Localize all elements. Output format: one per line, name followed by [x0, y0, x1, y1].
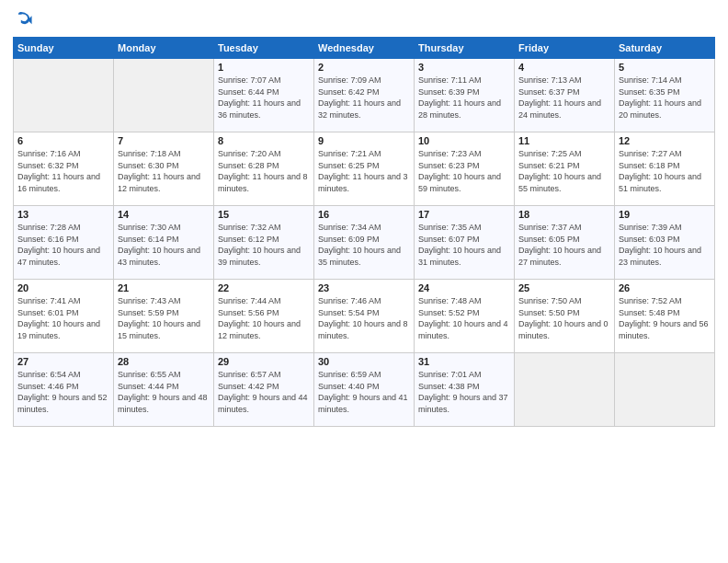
- calendar-cell: 6Sunrise: 7:16 AM Sunset: 6:32 PM Daylig…: [14, 132, 114, 206]
- day-number: 27: [17, 356, 109, 367]
- calendar-cell: 4Sunrise: 7:13 AM Sunset: 6:37 PM Daylig…: [515, 59, 615, 132]
- calendar-week-2: 6Sunrise: 7:16 AM Sunset: 6:32 PM Daylig…: [14, 132, 715, 206]
- day-info: Sunrise: 7:16 AM Sunset: 6:32 PM Dayligh…: [17, 148, 109, 194]
- calendar-body: 1Sunrise: 7:07 AM Sunset: 6:44 PM Daylig…: [14, 59, 715, 427]
- calendar-cell: 18Sunrise: 7:37 AM Sunset: 6:05 PM Dayli…: [515, 206, 615, 280]
- day-info: Sunrise: 7:44 AM Sunset: 5:56 PM Dayligh…: [218, 295, 310, 341]
- day-info: Sunrise: 7:23 AM Sunset: 6:23 PM Dayligh…: [418, 148, 510, 194]
- day-info: Sunrise: 7:11 AM Sunset: 6:39 PM Dayligh…: [418, 75, 510, 121]
- calendar-cell: 9Sunrise: 7:21 AM Sunset: 6:25 PM Daylig…: [314, 132, 415, 206]
- day-info: Sunrise: 7:01 AM Sunset: 4:38 PM Dayligh…: [418, 369, 510, 415]
- day-number: 25: [518, 282, 610, 293]
- calendar-cell: 12Sunrise: 7:27 AM Sunset: 6:18 PM Dayli…: [615, 132, 715, 206]
- day-number: 8: [218, 135, 310, 146]
- calendar-page: SundayMondayTuesdayWednesdayThursdayFrid…: [0, 0, 728, 563]
- day-number: 21: [118, 282, 210, 293]
- day-number: 24: [418, 282, 510, 293]
- calendar-cell: [615, 353, 715, 427]
- calendar-week-1: 1Sunrise: 7:07 AM Sunset: 6:44 PM Daylig…: [14, 59, 715, 132]
- day-info: Sunrise: 7:46 AM Sunset: 5:54 PM Dayligh…: [318, 295, 410, 341]
- weekday-header-wednesday: Wednesday: [314, 38, 415, 59]
- day-info: Sunrise: 7:14 AM Sunset: 6:35 PM Dayligh…: [619, 75, 711, 121]
- weekday-header-thursday: Thursday: [415, 38, 515, 59]
- logo-icon: [13, 9, 33, 29]
- calendar-cell: 11Sunrise: 7:25 AM Sunset: 6:21 PM Dayli…: [515, 132, 615, 206]
- weekday-header-tuesday: Tuesday: [214, 38, 314, 59]
- calendar-cell: 7Sunrise: 7:18 AM Sunset: 6:30 PM Daylig…: [114, 132, 214, 206]
- day-info: Sunrise: 7:30 AM Sunset: 6:14 PM Dayligh…: [118, 222, 210, 268]
- day-info: Sunrise: 7:50 AM Sunset: 5:50 PM Dayligh…: [518, 295, 610, 341]
- calendar-cell: 8Sunrise: 7:20 AM Sunset: 6:28 PM Daylig…: [214, 132, 314, 206]
- day-number: 14: [118, 209, 210, 220]
- day-info: Sunrise: 7:41 AM Sunset: 6:01 PM Dayligh…: [17, 295, 109, 341]
- day-number: 10: [418, 135, 510, 146]
- calendar-cell: 1Sunrise: 7:07 AM Sunset: 6:44 PM Daylig…: [214, 59, 314, 132]
- day-number: 13: [17, 209, 109, 220]
- day-number: 11: [518, 135, 610, 146]
- calendar-cell: 3Sunrise: 7:11 AM Sunset: 6:39 PM Daylig…: [415, 59, 515, 132]
- calendar-cell: 31Sunrise: 7:01 AM Sunset: 4:38 PM Dayli…: [415, 353, 515, 427]
- calendar-week-5: 27Sunrise: 6:54 AM Sunset: 4:46 PM Dayli…: [14, 353, 715, 427]
- day-info: Sunrise: 7:09 AM Sunset: 6:42 PM Dayligh…: [318, 75, 410, 121]
- day-number: 4: [518, 62, 610, 73]
- day-info: Sunrise: 7:34 AM Sunset: 6:09 PM Dayligh…: [318, 222, 410, 268]
- day-info: Sunrise: 7:20 AM Sunset: 6:28 PM Dayligh…: [218, 148, 310, 194]
- calendar-header: SundayMondayTuesdayWednesdayThursdayFrid…: [14, 38, 715, 59]
- calendar-cell: [114, 59, 214, 132]
- day-number: 9: [318, 135, 410, 146]
- calendar-cell: [515, 353, 615, 427]
- calendar-cell: 19Sunrise: 7:39 AM Sunset: 6:03 PM Dayli…: [615, 206, 715, 280]
- day-info: Sunrise: 7:39 AM Sunset: 6:03 PM Dayligh…: [619, 222, 711, 268]
- day-number: 16: [318, 209, 410, 220]
- day-info: Sunrise: 7:48 AM Sunset: 5:52 PM Dayligh…: [418, 295, 510, 341]
- day-number: 28: [118, 356, 210, 367]
- day-number: 17: [418, 209, 510, 220]
- day-number: 6: [17, 135, 109, 146]
- calendar-cell: 14Sunrise: 7:30 AM Sunset: 6:14 PM Dayli…: [114, 206, 214, 280]
- day-info: Sunrise: 6:59 AM Sunset: 4:40 PM Dayligh…: [318, 369, 410, 415]
- day-info: Sunrise: 7:07 AM Sunset: 6:44 PM Dayligh…: [218, 75, 310, 121]
- calendar-week-4: 20Sunrise: 7:41 AM Sunset: 6:01 PM Dayli…: [14, 280, 715, 353]
- day-info: Sunrise: 7:13 AM Sunset: 6:37 PM Dayligh…: [518, 75, 610, 121]
- day-number: 15: [218, 209, 310, 220]
- calendar-cell: 15Sunrise: 7:32 AM Sunset: 6:12 PM Dayli…: [214, 206, 314, 280]
- day-number: 19: [619, 209, 711, 220]
- calendar-cell: 23Sunrise: 7:46 AM Sunset: 5:54 PM Dayli…: [314, 280, 415, 353]
- calendar-cell: 27Sunrise: 6:54 AM Sunset: 4:46 PM Dayli…: [14, 353, 114, 427]
- day-number: 3: [418, 62, 510, 73]
- day-info: Sunrise: 7:37 AM Sunset: 6:05 PM Dayligh…: [518, 222, 610, 268]
- day-number: 20: [17, 282, 109, 293]
- calendar-cell: 25Sunrise: 7:50 AM Sunset: 5:50 PM Dayli…: [515, 280, 615, 353]
- day-info: Sunrise: 7:32 AM Sunset: 6:12 PM Dayligh…: [218, 222, 310, 268]
- day-number: 7: [118, 135, 210, 146]
- calendar-cell: 10Sunrise: 7:23 AM Sunset: 6:23 PM Dayli…: [415, 132, 515, 206]
- calendar-cell: 20Sunrise: 7:41 AM Sunset: 6:01 PM Dayli…: [14, 280, 114, 353]
- calendar-cell: 16Sunrise: 7:34 AM Sunset: 6:09 PM Dayli…: [314, 206, 415, 280]
- day-number: 22: [218, 282, 310, 293]
- day-info: Sunrise: 7:25 AM Sunset: 6:21 PM Dayligh…: [518, 148, 610, 194]
- day-number: 5: [619, 62, 711, 73]
- day-info: Sunrise: 6:57 AM Sunset: 4:42 PM Dayligh…: [218, 369, 310, 415]
- calendar-cell: 17Sunrise: 7:35 AM Sunset: 6:07 PM Dayli…: [415, 206, 515, 280]
- day-number: 31: [418, 356, 510, 367]
- calendar-cell: 22Sunrise: 7:44 AM Sunset: 5:56 PM Dayli…: [214, 280, 314, 353]
- calendar-cell: 29Sunrise: 6:57 AM Sunset: 4:42 PM Dayli…: [214, 353, 314, 427]
- weekday-header-sunday: Sunday: [14, 38, 114, 59]
- day-info: Sunrise: 7:18 AM Sunset: 6:30 PM Dayligh…: [118, 148, 210, 194]
- weekday-header-monday: Monday: [114, 38, 214, 59]
- calendar-cell: 13Sunrise: 7:28 AM Sunset: 6:16 PM Dayli…: [14, 206, 114, 280]
- day-info: Sunrise: 7:43 AM Sunset: 5:59 PM Dayligh…: [118, 295, 210, 341]
- day-info: Sunrise: 6:55 AM Sunset: 4:44 PM Dayligh…: [118, 369, 210, 415]
- day-number: 18: [518, 209, 610, 220]
- day-info: Sunrise: 7:27 AM Sunset: 6:18 PM Dayligh…: [619, 148, 711, 194]
- calendar-table: SundayMondayTuesdayWednesdayThursdayFrid…: [13, 37, 715, 427]
- calendar-cell: 30Sunrise: 6:59 AM Sunset: 4:40 PM Dayli…: [314, 353, 415, 427]
- day-number: 30: [318, 356, 410, 367]
- day-info: Sunrise: 7:35 AM Sunset: 6:07 PM Dayligh…: [418, 222, 510, 268]
- day-info: Sunrise: 7:52 AM Sunset: 5:48 PM Dayligh…: [619, 295, 711, 341]
- header: [13, 9, 715, 29]
- weekday-header-friday: Friday: [515, 38, 615, 59]
- calendar-cell: [14, 59, 114, 132]
- day-info: Sunrise: 7:21 AM Sunset: 6:25 PM Dayligh…: [318, 148, 410, 194]
- calendar-cell: 26Sunrise: 7:52 AM Sunset: 5:48 PM Dayli…: [615, 280, 715, 353]
